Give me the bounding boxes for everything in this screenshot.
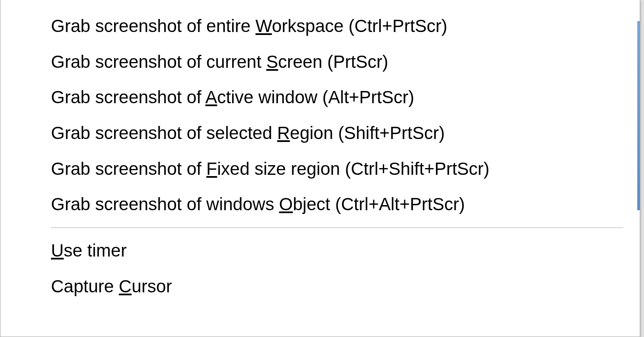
menu-item-label-post: bject (Ctrl+Alt+PrtScr) <box>293 194 465 214</box>
menu-item-mnemonic: R <box>277 123 290 143</box>
menu-item-grab-screen[interactable]: Grab screenshot of current Screen (PrtSc… <box>0 44 640 80</box>
menu-item-grab-window-object[interactable]: Grab screenshot of windows Object (Ctrl+… <box>0 187 640 222</box>
menu-item-mnemonic: O <box>279 194 293 214</box>
menu-item-label-pre: Grab screenshot of selected <box>51 123 277 143</box>
scrollbar-edge <box>637 21 640 210</box>
context-menu: Grab screenshot of entire Workspace (Ctr… <box>0 0 640 337</box>
menu-item-label-pre: Grab screenshot of <box>51 87 206 107</box>
menu-item-grab-active-window[interactable]: Grab screenshot of Active window (Alt+Pr… <box>0 80 640 115</box>
menu-item-label-pre: Capture <box>51 276 119 296</box>
menu-item-label-pre: Grab screenshot of current <box>51 52 266 72</box>
menu-item-label-pre: Grab screenshot of entire <box>51 16 256 36</box>
menu-item-label-post: orkspace (Ctrl+PrtScr) <box>272 16 447 36</box>
menu-item-mnemonic: S <box>266 52 278 72</box>
menu-item-mnemonic: C <box>119 276 131 296</box>
menu-item-label-post: egion (Shift+PrtScr) <box>290 123 445 143</box>
menu-separator <box>51 227 623 228</box>
menu-item-grab-region[interactable]: Grab screenshot of selected Region (Shif… <box>0 115 640 151</box>
menu-item-label-pre: Grab screenshot of <box>51 159 206 179</box>
menu-item-grab-workspace[interactable]: Grab screenshot of entire Workspace (Ctr… <box>0 8 640 44</box>
menu-item-mnemonic: U <box>51 241 64 260</box>
menu-item-mnemonic: W <box>256 16 272 36</box>
menu-item-grab-fixed-region[interactable]: Grab screenshot of Fixed size region (Ct… <box>0 151 640 187</box>
menu-item-mnemonic: A <box>206 87 217 107</box>
menu-item-label-post: ixed size region (Ctrl+Shift+PrtScr) <box>217 159 490 179</box>
menu-item-label-pre: Grab screenshot of windows <box>51 194 279 214</box>
menu-item-label-post: ursor <box>131 276 172 296</box>
menu-item-capture-cursor[interactable]: Capture Cursor <box>0 269 640 305</box>
menu-item-label-post: creen (PrtScr) <box>278 52 388 72</box>
menu-item-label-post: se timer <box>64 241 126 260</box>
menu-item-use-timer[interactable]: Use timer <box>0 233 640 269</box>
menu-item-label-post: ctive window (Alt+PrtScr) <box>217 87 414 107</box>
menu-item-mnemonic: F <box>206 159 217 179</box>
